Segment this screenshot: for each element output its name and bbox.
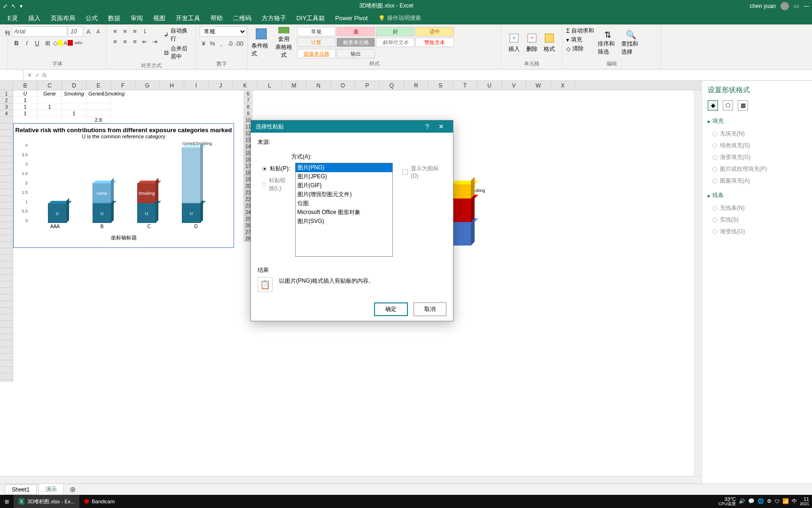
col-header[interactable]: M bbox=[282, 81, 306, 90]
decimal-inc-icon[interactable]: .0 bbox=[226, 39, 234, 48]
row-header[interactable] bbox=[0, 130, 13, 136]
row-header[interactable] bbox=[0, 189, 13, 196]
col-header[interactable]: L bbox=[258, 81, 282, 90]
row-header[interactable] bbox=[0, 294, 13, 301]
row-header[interactable] bbox=[0, 301, 13, 308]
sort-filter-button[interactable]: ⇅排序和筛选 bbox=[598, 26, 617, 59]
decrease-font-icon[interactable]: A bbox=[94, 27, 103, 36]
style-cell[interactable]: 链接单元格 bbox=[297, 49, 336, 58]
horizontal-scrollbar[interactable] bbox=[0, 476, 702, 484]
row-header[interactable] bbox=[0, 248, 13, 255]
col-header[interactable]: X bbox=[551, 81, 575, 90]
avatar[interactable] bbox=[781, 2, 789, 10]
align-left-icon[interactable]: ≡ bbox=[110, 37, 120, 46]
fill-option-radio[interactable]: 渐变填充(G) bbox=[708, 151, 806, 163]
number-format-select[interactable]: 常规 bbox=[200, 26, 247, 37]
row-header[interactable] bbox=[0, 123, 13, 130]
tab-eling[interactable]: E灵 bbox=[3, 12, 23, 24]
indent-inc-icon[interactable]: ⇥ bbox=[150, 37, 159, 46]
fill-option-radio[interactable]: 纯色填充(S) bbox=[708, 140, 806, 151]
dialog-close-button[interactable]: ✕ bbox=[434, 123, 448, 130]
col-header[interactable]: W bbox=[526, 81, 551, 90]
row-header[interactable] bbox=[0, 143, 13, 150]
col-header[interactable]: O bbox=[331, 81, 355, 90]
row-header[interactable]: 2 bbox=[0, 97, 13, 103]
increase-font-icon[interactable]: A bbox=[84, 27, 93, 36]
fill-option-radio[interactable]: 图案填充(A) bbox=[708, 175, 806, 187]
line-option-radio[interactable]: 渐变线(G) bbox=[708, 226, 806, 238]
row-header[interactable] bbox=[0, 222, 13, 229]
row-header[interactable] bbox=[0, 367, 13, 373]
currency-icon[interactable]: ¥ bbox=[200, 39, 208, 48]
col-header[interactable]: V bbox=[502, 81, 526, 90]
bold-button[interactable]: B bbox=[12, 38, 21, 48]
row-header[interactable] bbox=[0, 308, 13, 314]
tab-formula[interactable]: 公式 bbox=[81, 12, 102, 24]
align-top-icon[interactable]: ≡ bbox=[110, 26, 120, 36]
find-select-button[interactable]: 🔍查找和选择 bbox=[621, 26, 641, 59]
style-cell[interactable]: 解释性文本 bbox=[376, 38, 414, 47]
indent-dec-icon[interactable]: ⇤ bbox=[140, 37, 149, 46]
row-header[interactable] bbox=[0, 268, 13, 275]
row-header[interactable] bbox=[0, 235, 13, 242]
dialog-help-button[interactable]: ? bbox=[420, 123, 434, 130]
style-cell[interactable]: 适中 bbox=[415, 27, 454, 36]
effects-tab-icon[interactable]: ⬠ bbox=[723, 100, 733, 111]
wrap-text-button[interactable]: ↲自动换行 bbox=[164, 26, 192, 43]
line-section[interactable]: ▸ 线条 bbox=[708, 191, 806, 199]
tray-icon[interactable]: 🌐 bbox=[757, 498, 764, 504]
font-name-select[interactable] bbox=[12, 26, 67, 37]
col-header[interactable]: H bbox=[160, 81, 184, 90]
row-header[interactable] bbox=[0, 156, 13, 163]
row-header[interactable] bbox=[0, 373, 13, 380]
style-cell[interactable]: 常规 bbox=[297, 27, 336, 36]
col-header[interactable]: R bbox=[404, 81, 429, 90]
align-right-icon[interactable]: ≡ bbox=[130, 37, 140, 46]
percent-icon[interactable]: % bbox=[209, 39, 217, 48]
autosum-button[interactable]: Σ自动求和 bbox=[566, 26, 594, 35]
format-cells-button[interactable]: 格式 bbox=[540, 26, 558, 59]
tray-icon[interactable]: 💬 bbox=[748, 498, 755, 504]
listbox-option[interactable]: 图片(PNG) bbox=[296, 163, 393, 172]
paste-format-listbox[interactable]: 图片(PNG)图片(JPEG)图片(GIF)图片(增强型图元文件)位图Micro… bbox=[295, 163, 393, 257]
font-color-button[interactable]: A bbox=[63, 38, 73, 48]
tab-diy[interactable]: DIY工具箱 bbox=[292, 12, 330, 24]
embedded-chart[interactable]: Relative risk with contributions from di… bbox=[13, 123, 234, 248]
row-header[interactable]: 3 bbox=[0, 103, 13, 110]
col-header[interactable]: B bbox=[13, 81, 38, 90]
ime-indicator[interactable]: 中 bbox=[792, 498, 797, 505]
row-header[interactable] bbox=[0, 183, 13, 189]
fill-section[interactable]: ▸ 填充 bbox=[708, 117, 806, 125]
tab-review[interactable]: 审阅 bbox=[126, 12, 148, 24]
row-header[interactable] bbox=[0, 242, 13, 248]
row-header[interactable] bbox=[0, 255, 13, 262]
sheet-tab-sheet1[interactable]: Sheet1 bbox=[5, 484, 37, 495]
border-button[interactable]: ⊞ bbox=[43, 38, 52, 48]
decimal-dec-icon[interactable]: .00 bbox=[235, 39, 243, 48]
listbox-option[interactable]: Microsoft Office 图形对象 bbox=[296, 208, 393, 217]
row-header[interactable] bbox=[0, 163, 13, 169]
row-header[interactable] bbox=[0, 334, 13, 341]
col-header[interactable]: U bbox=[477, 81, 502, 90]
row-header[interactable] bbox=[0, 196, 13, 202]
col-header[interactable]: T bbox=[453, 81, 477, 90]
name-box[interactable] bbox=[0, 70, 23, 80]
row-header[interactable] bbox=[0, 341, 13, 347]
col-header[interactable]: P bbox=[355, 81, 380, 90]
listbox-option[interactable]: 图片(GIF) bbox=[296, 181, 393, 190]
taskbar-excel[interactable]: X3D堆积图.xlsx - Ex... bbox=[14, 495, 79, 508]
tab-powerpivot[interactable]: Power Pivot bbox=[330, 13, 372, 24]
row-header[interactable] bbox=[0, 136, 13, 143]
align-mid-icon[interactable]: ≡ bbox=[120, 26, 130, 36]
tab-qr[interactable]: 二维码 bbox=[228, 12, 256, 24]
col-header[interactable]: E bbox=[86, 81, 111, 90]
size-tab-icon[interactable]: ▦ bbox=[738, 100, 748, 111]
col-header[interactable]: C bbox=[38, 81, 62, 90]
italic-button[interactable]: I bbox=[22, 38, 31, 48]
fill-option-radio[interactable]: 无填充(N) bbox=[708, 128, 806, 140]
underline-button[interactable]: U bbox=[32, 38, 42, 48]
col-header[interactable]: K bbox=[233, 81, 258, 90]
row-header[interactable] bbox=[0, 117, 13, 123]
fill-tab-icon[interactable]: ◆ bbox=[708, 100, 718, 111]
table-format-button[interactable]: 套用 表格格式 bbox=[274, 26, 294, 59]
